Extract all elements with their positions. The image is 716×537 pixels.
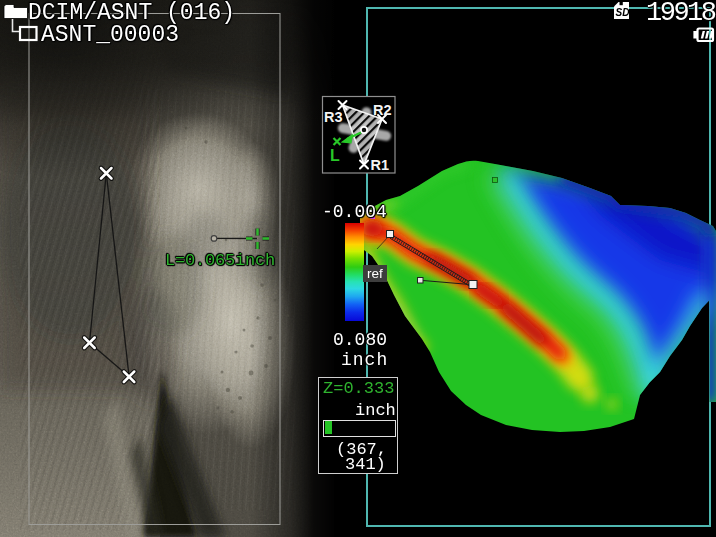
- svg-text:R3: R3: [324, 109, 343, 125]
- svg-text:SD: SD: [616, 7, 630, 18]
- svg-text:L: L: [330, 147, 340, 164]
- svg-text:R2: R2: [373, 102, 392, 118]
- svg-text:R1: R1: [371, 157, 390, 173]
